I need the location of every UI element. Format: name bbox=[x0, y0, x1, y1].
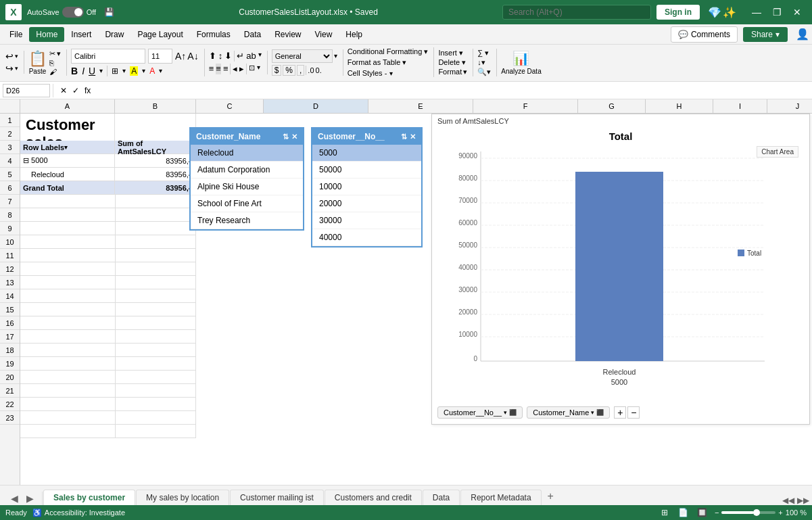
slicer2-item-50000[interactable]: 50000 bbox=[312, 162, 421, 179]
minimize-button[interactable]: — bbox=[747, 3, 766, 22]
row-num-21[interactable]: 21 bbox=[0, 384, 20, 398]
zoom-out-button[interactable]: − bbox=[715, 509, 719, 517]
format-button[interactable]: Format▾ bbox=[438, 68, 467, 76]
font-size-input[interactable] bbox=[148, 49, 172, 64]
add-sheet-button[interactable]: + bbox=[542, 488, 559, 505]
menu-page-layout[interactable]: Page Layout bbox=[130, 27, 189, 42]
cell-a4[interactable]: ⊟ 5000 bbox=[20, 154, 115, 168]
chart-filter-customer-no[interactable]: Customer__No__ ▾ ⬛ bbox=[437, 406, 523, 419]
col-header-c[interactable]: C bbox=[196, 99, 264, 113]
menu-help[interactable]: Help bbox=[339, 27, 369, 42]
underline-dropdown[interactable]: ▾ bbox=[99, 67, 103, 74]
magic-icon[interactable]: ✨ bbox=[723, 6, 736, 19]
redo-button[interactable]: ↪▾ bbox=[5, 63, 18, 74]
decrease-decimal-button[interactable]: 0. bbox=[316, 66, 322, 74]
fill-button[interactable]: ↓▾ bbox=[477, 58, 491, 67]
share-button[interactable]: Share ▾ bbox=[743, 27, 788, 42]
cell-b6-grandtotal[interactable]: 83956,4 bbox=[115, 181, 196, 195]
cell-styles-dropdown[interactable]: ▾ bbox=[389, 70, 393, 77]
autosum-button[interactable]: ∑ ▾ bbox=[477, 49, 491, 57]
chart-filter2-dropdown[interactable]: ▾ bbox=[591, 409, 594, 416]
row-num-2[interactable]: 2 bbox=[0, 127, 20, 141]
row-num-11[interactable]: 11 bbox=[0, 249, 20, 262]
col-header-d[interactable]: D bbox=[264, 99, 368, 113]
border-button[interactable]: ⊞ bbox=[112, 66, 118, 76]
slicer2-item-40000[interactable]: 40000 bbox=[312, 229, 421, 246]
slicer2-item-30000[interactable]: 30000 bbox=[312, 212, 421, 229]
align-bottom-button[interactable]: ⬇ bbox=[224, 51, 232, 62]
col-header-h[interactable]: H bbox=[646, 99, 713, 113]
slicer1-item-relecloud[interactable]: Relecloud bbox=[191, 145, 303, 162]
fill-dropdown[interactable]: ▾ bbox=[142, 67, 145, 74]
analyze-data-icon[interactable]: 📊 bbox=[512, 50, 529, 66]
menu-file[interactable]: File bbox=[3, 27, 29, 42]
merge-dropdown[interactable]: ▾ bbox=[257, 64, 260, 74]
chart-filter1-dropdown[interactable]: ▾ bbox=[504, 409, 507, 416]
col-header-a[interactable]: A bbox=[20, 99, 115, 113]
decrease-indent-button[interactable]: ◂ bbox=[233, 64, 237, 74]
row-num-19[interactable]: 19 bbox=[0, 357, 20, 371]
row-num-15[interactable]: 15 bbox=[0, 303, 20, 316]
slicer1-clear-icon[interactable]: ✕ bbox=[291, 133, 297, 141]
find-replace-button[interactable]: 🔍▾ bbox=[477, 68, 491, 76]
menu-home[interactable]: Home bbox=[29, 27, 64, 42]
tab-customers-credit[interactable]: Customers and credit bbox=[325, 490, 422, 505]
slicer2-item-20000[interactable]: 20000 bbox=[312, 195, 421, 212]
cell-a3-header[interactable]: Row Labels ▾ bbox=[20, 141, 115, 154]
row-num-3[interactable]: 3 bbox=[0, 141, 20, 154]
tab-data[interactable]: Data bbox=[423, 490, 460, 505]
align-middle-button[interactable]: ↕ bbox=[218, 51, 223, 62]
row-num-23[interactable]: 23 bbox=[0, 411, 20, 425]
increase-indent-button[interactable]: ▸ bbox=[239, 64, 244, 74]
cell-reference-input[interactable] bbox=[3, 84, 50, 97]
slicer2-item-10000[interactable]: 10000 bbox=[312, 179, 421, 195]
row-num-22[interactable]: 22 bbox=[0, 398, 20, 411]
comma-button[interactable]: , bbox=[297, 65, 304, 76]
delete-button[interactable]: Delete ▾ bbox=[438, 58, 467, 67]
tab-sales-by-customer[interactable]: Sales by customer bbox=[43, 490, 135, 506]
insert-function-icon[interactable]: fx bbox=[83, 85, 92, 97]
menu-formulas[interactable]: Formulas bbox=[190, 27, 237, 42]
font-color-dropdown[interactable]: ▾ bbox=[159, 67, 162, 74]
border-dropdown[interactable]: ▾ bbox=[122, 67, 126, 74]
zoom-slider[interactable] bbox=[721, 511, 775, 514]
slicer2-sort-icon[interactable]: ⇅ bbox=[401, 133, 407, 141]
tab-report-metadata[interactable]: Report Metadata bbox=[460, 490, 541, 505]
chart-filter-customer-name[interactable]: Customer_Name ▾ ⬛ bbox=[527, 406, 610, 419]
tab-prev-button[interactable]: ◀ bbox=[8, 492, 21, 505]
autosave-toggle[interactable] bbox=[62, 7, 84, 18]
cell-b4[interactable]: 83956,4 bbox=[115, 154, 196, 168]
chart-zoom-in[interactable]: + bbox=[614, 406, 626, 419]
row-num-17[interactable]: 17 bbox=[0, 330, 20, 344]
zoom-in-button[interactable]: + bbox=[778, 509, 782, 517]
wrap-text-button[interactable]: ↵ bbox=[237, 51, 244, 62]
cell-a5[interactable]: Relecloud bbox=[20, 168, 115, 181]
merge-button[interactable]: ⊡ bbox=[249, 64, 255, 74]
orientation-button[interactable]: ab bbox=[246, 51, 256, 62]
chart-zoom-out[interactable]: − bbox=[627, 406, 640, 419]
accounting-button[interactable]: $ bbox=[272, 65, 282, 76]
font-color-button[interactable]: A bbox=[149, 66, 155, 76]
bold-button[interactable]: B bbox=[71, 66, 78, 76]
search-input[interactable] bbox=[502, 5, 651, 20]
row-num-13[interactable]: 13 bbox=[0, 276, 20, 289]
slicer1-sort-icon[interactable]: ⇅ bbox=[283, 133, 289, 141]
slicer1-item-alpine[interactable]: Alpine Ski House bbox=[191, 179, 303, 195]
increase-font-button[interactable]: A↑ bbox=[175, 51, 186, 62]
cut-button[interactable]: ✂▾ bbox=[49, 49, 61, 58]
save-icon[interactable]: 💾 bbox=[104, 7, 114, 17]
col-header-i[interactable]: I bbox=[713, 99, 767, 113]
menu-review[interactable]: Review bbox=[268, 27, 308, 42]
scroll-left-icon[interactable]: ◀◀ bbox=[782, 496, 794, 505]
cancel-icon[interactable]: ✕ bbox=[59, 85, 68, 97]
align-center-button[interactable]: ≡ bbox=[216, 64, 221, 74]
decrease-font-button[interactable]: A↓ bbox=[187, 51, 198, 62]
format-as-table-button[interactable]: Format as Table ▾ bbox=[348, 58, 407, 67]
col-header-g[interactable]: G bbox=[578, 99, 646, 113]
row-num-14[interactable]: 14 bbox=[0, 289, 20, 303]
italic-button[interactable]: I bbox=[82, 66, 85, 76]
user-icon[interactable]: 👤 bbox=[796, 28, 809, 41]
paste-button[interactable]: 📋 Paste bbox=[28, 50, 47, 75]
normal-view-button[interactable]: ⊞ bbox=[658, 506, 671, 519]
restore-button[interactable]: ❐ bbox=[767, 3, 786, 22]
